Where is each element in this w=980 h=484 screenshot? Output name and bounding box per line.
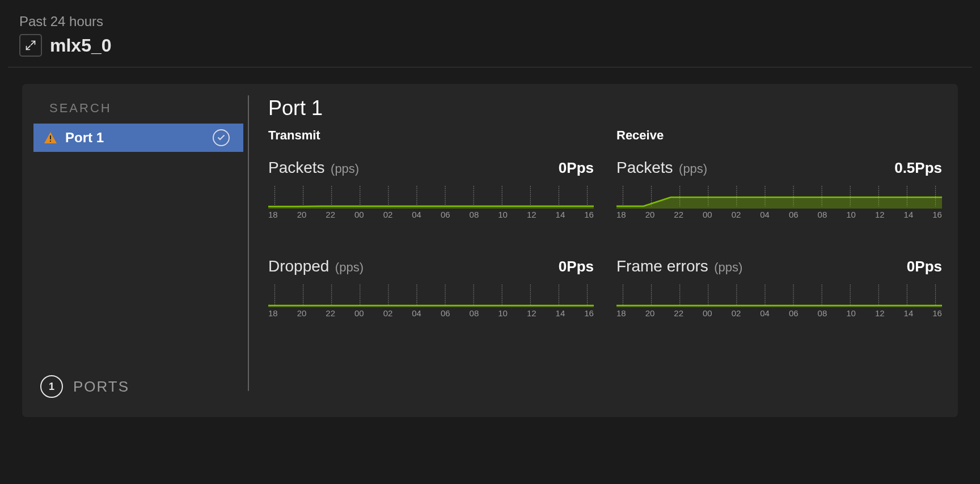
svg-rect-0 bbox=[50, 135, 51, 139]
transmit-column: Transmit Packets (pps) 0Pps 182022000204… bbox=[268, 128, 594, 218]
transmit-packets-chart: 182022000204060810121416 bbox=[268, 186, 594, 218]
transmit-dropped-chart: 182022000204060810121416 bbox=[268, 285, 594, 316]
metric-name: Dropped bbox=[268, 257, 329, 275]
sidebar-item-label: Port 1 bbox=[65, 130, 205, 146]
metric-name: Frame errors bbox=[616, 257, 708, 275]
ports-sidebar: SEARCH Port 1 1 PORTS bbox=[33, 95, 249, 401]
time-range-label: Past 24 hours bbox=[19, 14, 961, 29]
ports-count-label: PORTS bbox=[73, 378, 129, 396]
transmit-heading: Transmit bbox=[268, 128, 594, 143]
sidebar-divider bbox=[248, 95, 249, 391]
receive-packets-chart: 182022000204060810121416 bbox=[616, 186, 942, 218]
receive-column: Receive Packets (pps) 0.5Pps 18202200020… bbox=[616, 128, 942, 218]
metric-unit: (pps) bbox=[679, 162, 707, 176]
receive-packets-metric: Packets (pps) 0.5Pps 1820220002040608101… bbox=[616, 159, 942, 218]
header: Past 24 hours mlx5_0 bbox=[8, 6, 972, 67]
search-input[interactable]: SEARCH bbox=[33, 95, 243, 124]
chart-x-ticks: 182022000204060810121416 bbox=[268, 307, 594, 318]
metric-value: 0.5Pps bbox=[894, 159, 942, 177]
check-circle-icon bbox=[213, 129, 230, 146]
receive-frame-errors-chart: 182022000204060810121416 bbox=[616, 285, 942, 316]
metric-name: Packets bbox=[616, 159, 673, 176]
ports-count-badge: 1 bbox=[40, 375, 63, 398]
metric-value: 0Pps bbox=[907, 258, 942, 275]
device-name: mlx5_0 bbox=[50, 35, 112, 56]
chart-x-ticks: 182022000204060810121416 bbox=[616, 307, 942, 318]
metric-unit: (pps) bbox=[335, 260, 364, 274]
expand-button[interactable] bbox=[19, 34, 42, 57]
warning-icon bbox=[44, 131, 57, 144]
metric-value: 0Pps bbox=[559, 159, 594, 177]
metric-name: Packets bbox=[268, 159, 325, 176]
receive-frame-errors-metric: Frame errors (pps) 0Pps 1820220002040608… bbox=[616, 257, 942, 316]
metric-unit: (pps) bbox=[714, 260, 742, 274]
divider bbox=[8, 67, 972, 67]
port-detail: Port 1 Transmit Packets (pps) 0Pps 18202… bbox=[249, 95, 942, 401]
transmit-dropped-metric: Dropped (pps) 0Pps 182022000204060810121… bbox=[268, 257, 594, 316]
chart-x-ticks: 182022000204060810121416 bbox=[268, 209, 594, 219]
chart-x-ticks: 182022000204060810121416 bbox=[616, 209, 942, 219]
port-title: Port 1 bbox=[268, 96, 942, 120]
transmit-packets-metric: Packets (pps) 0Pps 182022000204060810121… bbox=[268, 159, 594, 218]
svg-rect-1 bbox=[50, 141, 51, 142]
expand-icon bbox=[25, 40, 36, 51]
metric-unit: (pps) bbox=[331, 162, 359, 176]
ports-panel: SEARCH Port 1 1 PORTS bbox=[22, 83, 958, 418]
sidebar-item-port-1[interactable]: Port 1 bbox=[33, 124, 243, 152]
metric-value: 0Pps bbox=[559, 258, 594, 275]
receive-heading: Receive bbox=[616, 128, 942, 143]
ports-count: 1 PORTS bbox=[33, 375, 243, 401]
